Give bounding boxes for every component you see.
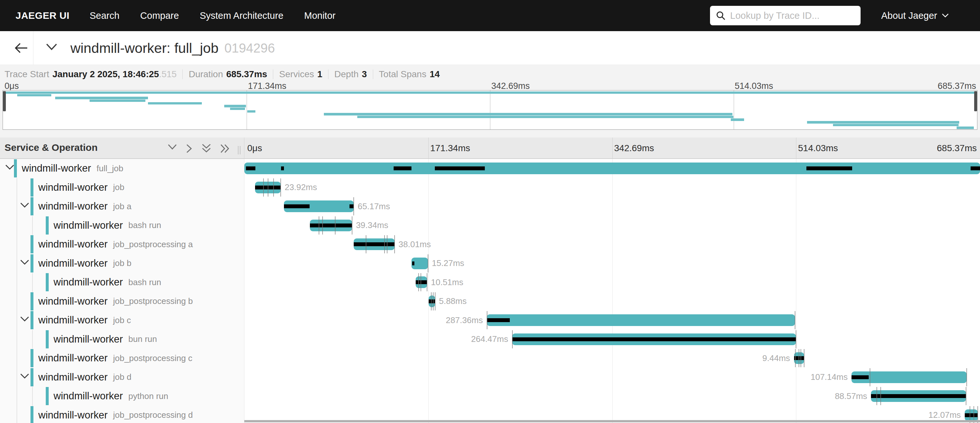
span-name-cell[interactable]: windmill-workerjob b [0,254,244,273]
minimap-scrubber-right[interactable] [974,91,977,111]
about-jaeger-menu[interactable]: About Jaeger [881,0,949,31]
span-name-text: windmill-workerbash run [54,216,161,235]
span-bar[interactable] [416,277,427,288]
span-timeline-cell[interactable]: 287.36ms [244,311,980,330]
span-row[interactable]: windmill-workerjob_postprocessing c9.44m… [0,349,980,368]
span-event-tick [870,368,870,386]
horizontal-scrollbar[interactable] [244,420,980,422]
span-row[interactable]: windmill-workerjob_postprocessing b5.88m… [0,292,980,311]
span-row[interactable]: windmill-workerjob c287.36ms [0,311,980,330]
trace-lookup-box[interactable] [710,6,861,25]
span-name-cell[interactable]: windmill-workerbun run [0,330,244,349]
minimap-gridline [490,91,490,129]
span-row[interactable]: windmill-workerjob23.92ms [0,178,980,197]
operation-name: job_postprocessing c [113,353,192,363]
span-bar[interactable] [354,239,395,250]
expand-one-icon[interactable] [186,143,193,155]
duration-label: Duration [189,69,223,80]
span-bar[interactable] [310,219,352,231]
span-name-cell[interactable]: windmill-workerjob a [0,197,244,216]
span-event-tick [431,292,431,310]
span-duration-label: 287.36ms [446,311,483,330]
span-timeline-cell[interactable]: 264.47ms [244,330,980,349]
span-name-cell[interactable]: windmill-workerjob_postprocessing c [0,349,244,368]
span-row[interactable]: windmill-workerfull_job [0,159,980,178]
span-timeline-cell[interactable]: 107.14ms [244,368,980,387]
span-bar[interactable] [255,182,281,193]
minimap-span-bar [957,127,974,129]
span-row[interactable]: windmill-workerjob a65.17ms [0,197,980,216]
trace-lookup-input[interactable] [730,10,855,21]
stats-divider [328,69,328,79]
span-name-cell[interactable]: windmill-workerjob d [0,368,244,387]
span-name-cell[interactable]: windmill-workerbash run [0,273,244,292]
span-timeline-cell[interactable]: 23.92ms [244,178,980,197]
span-event-tick [394,235,395,253]
span-timeline-cell[interactable] [244,159,980,178]
span-log-marker [412,261,415,266]
collapse-one-icon[interactable] [167,143,178,152]
minimap-span-bar [731,118,744,121]
span-timeline-cell[interactable]: 15.27ms [244,254,980,273]
collapse-children-icon[interactable] [20,373,30,381]
nav-item-search[interactable]: Search [89,10,119,21]
service-name: windmill-worker [38,258,108,269]
span-bar[interactable] [284,200,354,212]
span-bar[interactable] [851,371,966,383]
span-timeline-cell[interactable]: 38.01ms [244,235,980,254]
span-name-cell[interactable]: windmill-workerjob_postprocessing b [0,292,244,311]
collapse-children-icon[interactable] [20,259,30,267]
service-color-strip [30,178,33,197]
trace-minimap[interactable] [3,90,977,130]
span-row[interactable]: windmill-workerbash run10.51ms [0,273,980,292]
span-bar[interactable] [965,409,978,421]
stats-divider [273,69,273,79]
span-name-cell[interactable]: windmill-workerbash run [0,216,244,235]
span-bar[interactable] [487,314,795,326]
expand-all-icon[interactable] [220,143,231,155]
nav-item-system-architecture[interactable]: System Architecture [200,10,283,21]
collapse-trace-chevron[interactable] [45,43,58,52]
span-name-cell[interactable]: windmill-workerjob [0,178,244,197]
span-timeline-cell[interactable]: 9.44ms [244,349,980,368]
span-bar[interactable] [429,296,435,307]
span-timeline-cell[interactable]: 65.17ms [244,197,980,216]
span-bar[interactable] [512,334,796,345]
span-timeline-cell[interactable]: 39.34ms [244,216,980,235]
span-duration-label: 38.01ms [398,235,431,254]
minimap-span-bar [357,116,733,118]
span-name-cell[interactable]: windmill-workerjob_postprocessing a [0,235,244,254]
span-rows-viewport: windmill-workerfull_jobwindmill-workerjo… [0,159,980,423]
operation-name: job b [113,258,131,268]
span-name-cell[interactable]: windmill-workerjob c [0,311,244,330]
collapse-children-icon[interactable] [20,316,30,324]
span-bar[interactable] [794,352,804,364]
span-name-cell[interactable]: windmill-workerpython run [0,386,244,406]
collapse-children-icon[interactable] [5,164,14,172]
span-bar[interactable] [412,258,428,269]
span-timeline-cell[interactable]: 88.57ms [244,386,980,406]
span-name-cell[interactable]: windmill-workerfull_job [0,159,244,178]
span-row[interactable]: windmill-workerjob d107.14ms [0,368,980,387]
span-row[interactable]: windmill-workerpython run88.57ms [0,386,980,406]
span-timeline-cell[interactable]: 5.88ms [244,292,980,311]
jaeger-logo[interactable]: JAEGER UI [16,10,70,21]
span-bar[interactable] [244,162,980,174]
column-resizer-handle[interactable] [238,146,240,154]
service-color-strip [30,254,33,272]
collapse-all-icon[interactable] [201,143,212,155]
span-row[interactable]: windmill-workerbun run264.47ms [0,330,980,349]
nav-item-compare[interactable]: Compare [140,10,179,21]
span-row[interactable]: windmill-workerbash run39.34ms [0,216,980,235]
nav-item-monitor[interactable]: Monitor [304,10,336,21]
timeline-tick-2: 342.69ms [614,143,654,153]
back-button[interactable] [9,31,33,65]
span-row[interactable]: windmill-workerjob_postprocessing a38.01… [0,235,980,254]
minimap-scrubber-left[interactable] [3,91,6,111]
span-timeline-cell[interactable]: 10.51ms [244,273,980,292]
collapse-children-icon[interactable] [20,202,30,210]
span-row[interactable]: windmill-workerjob b15.27ms [0,254,980,273]
operation-name: bash run [129,220,161,230]
span-bar[interactable] [871,390,966,402]
span-name-cell[interactable]: windmill-workerjob_postprocessing d [0,406,244,423]
